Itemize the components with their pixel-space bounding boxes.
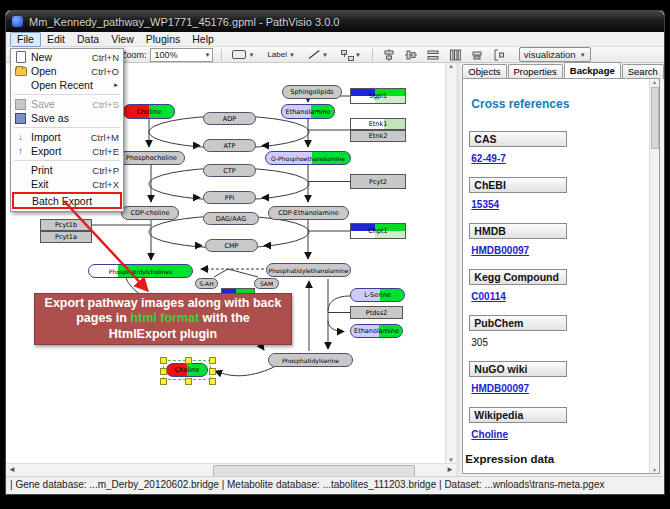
gene-box-pcyt1a[interactable]: Pcyt1a <box>40 231 92 243</box>
label-tool-button[interactable]: Label ▼ <box>264 47 298 62</box>
scroll-right-icon[interactable]: ► <box>446 465 454 474</box>
gene-node-tool-button[interactable]: ▼ <box>229 47 257 62</box>
menu-data[interactable]: Data <box>71 32 105 46</box>
node-phosphatidylserine[interactable]: Phosphatidylserine <box>268 353 353 367</box>
reference-source: PubChem <box>469 315 567 331</box>
reference-source: ChEBI <box>469 177 567 193</box>
stack-icon[interactable] <box>471 49 483 61</box>
gene-box-sgpl1[interactable]: Sgpl1 <box>350 88 406 104</box>
reference-link[interactable]: HMDB00097 <box>471 383 529 394</box>
line-tool-button[interactable]: ▼ <box>305 47 331 62</box>
menu-view[interactable]: View <box>105 32 140 46</box>
status-bar: | Gene database: ...m_Derby_20120602.bri… <box>6 476 662 492</box>
canvas-horizontal-scrollbar[interactable]: ◄ ► <box>6 463 456 476</box>
chevron-down-icon[interactable]: ▼ <box>289 52 295 58</box>
menu-item-export[interactable]: ↑ Export Ctrl+E <box>11 144 123 158</box>
distribute-vertical-icon[interactable] <box>449 49 461 61</box>
menu-item-save-as[interactable]: Save as <box>11 111 123 125</box>
node-ethanolamine-2[interactable]: Ethanolamine <box>350 324 403 338</box>
selection-handle[interactable] <box>160 378 167 385</box>
menu-plugins[interactable]: Plugins <box>140 32 186 46</box>
reference-link[interactable]: HMDB00097 <box>471 245 529 256</box>
align-center-x-icon[interactable] <box>383 49 395 61</box>
tab-properties[interactable]: Properties <box>508 64 563 79</box>
reference-block-nugo: NuGO wiki HMDB00097 <box>469 361 647 394</box>
panel-scrollbar[interactable]: ▲ ▼ <box>649 79 659 473</box>
selection-handle[interactable] <box>209 357 216 364</box>
chevron-down-icon[interactable]: ▼ <box>205 52 211 58</box>
title-bar[interactable]: Mm_Kennedy_pathway_WP1771_45176.gpml - P… <box>6 11 664 32</box>
connector-tool-button[interactable]: ▼ <box>338 47 364 62</box>
zoom-value: 100% <box>155 50 199 60</box>
node-cdp-ethanolamine[interactable]: CDP-Ethanolamine <box>268 206 349 220</box>
menu-item-exit[interactable]: Exit Ctrl+X <box>11 177 123 191</box>
node-choline[interactable]: Choline <box>123 104 175 119</box>
panel-scroll-thumb[interactable] <box>651 87 659 149</box>
menu-edit[interactable]: Edit <box>41 32 71 46</box>
selection-handle[interactable] <box>160 368 167 375</box>
gene-box-chpt1[interactable]: Chpt1 <box>350 223 406 239</box>
scroll-up-icon[interactable]: ▲ <box>652 79 657 85</box>
tab-backpage[interactable]: Backpage <box>564 62 621 79</box>
selected-node-choline[interactable]: Choline <box>166 363 208 377</box>
zoom-label: Zoom: <box>121 50 147 60</box>
scroll-down-icon[interactable]: ▼ <box>652 467 657 473</box>
align-center-y-icon[interactable] <box>405 49 417 61</box>
node-phosphatidylcholines[interactable]: Phosphatidylcholines <box>88 264 193 278</box>
expression-data-heading: Expression data <box>465 453 647 465</box>
chevron-down-icon[interactable]: ▼ <box>355 52 361 58</box>
menu-item-open[interactable]: Open Ctrl+O <box>11 64 123 78</box>
menu-item-batch-export[interactable]: Batch Export <box>12 192 122 209</box>
side-panel: Objects Properties Backpage Search Legen… <box>460 63 662 476</box>
reference-link[interactable]: 62-49-7 <box>471 153 505 164</box>
gene-box-ptdss2[interactable]: Ptdss2 <box>350 306 403 319</box>
selection-handle[interactable] <box>185 378 192 385</box>
menu-item-save[interactable]: Save Ctrl+S <box>11 97 123 111</box>
chevron-down-icon[interactable]: ▼ <box>580 52 586 58</box>
visualization-combobox[interactable]: visualization ▼ <box>519 47 591 62</box>
reference-link[interactable]: C00114 <box>471 291 505 302</box>
menu-help[interactable]: Help <box>186 32 220 46</box>
selection-handle[interactable] <box>209 368 216 375</box>
gene-box-etnk1[interactable]: Etnk1 <box>350 118 406 130</box>
node-dag-aag[interactable]: DAG/AAG <box>203 212 259 225</box>
status-text: | Gene database: ...m_Derby_20120602.bri… <box>10 479 604 490</box>
menu-item-new[interactable]: New Ctrl+N <box>11 50 123 64</box>
canvas-vertical-scrollbar[interactable]: ▲ ▼ <box>445 63 456 463</box>
node-phosphatidylethanolamine[interactable]: Phosphatidylethanolamine <box>266 263 351 277</box>
node-adp[interactable]: ADP <box>203 112 256 125</box>
menu-file[interactable]: File <box>10 32 41 47</box>
node-cdp-choline[interactable]: CDP-choline <box>121 206 179 220</box>
menu-item-import[interactable]: ↓ Import Ctrl+M <box>11 130 123 144</box>
distribute-horizontal-icon[interactable] <box>427 49 439 61</box>
chevron-down-icon[interactable]: ▼ <box>248 52 254 58</box>
selection-handle[interactable] <box>209 378 216 385</box>
node-l-serine[interactable]: L-Serine <box>350 288 405 302</box>
node-phosphocholine[interactable]: Phosphocholine <box>118 151 185 165</box>
node-o-phosphoethanolamine[interactable]: O-Phosphoethanolamine <box>265 151 351 165</box>
reference-link[interactable]: Choline <box>471 429 508 440</box>
node-ppi[interactable]: PPi <box>203 191 256 204</box>
node-cmp[interactable]: CMP <box>205 239 258 252</box>
selection-handle[interactable] <box>160 357 167 364</box>
gene-box-pcyt2[interactable]: Pcyt2 <box>350 174 406 189</box>
gene-box-etnk2[interactable]: Etnk2 <box>350 130 406 142</box>
tab-search[interactable]: Search <box>622 64 664 79</box>
scroll-left-icon[interactable]: ◄ <box>8 465 16 474</box>
reference-link[interactable]: 15354 <box>471 199 499 210</box>
node-sam[interactable]: SAM <box>254 278 279 289</box>
menu-item-print[interactable]: Print Ctrl+P <box>11 163 123 177</box>
bracket-icon[interactable] <box>493 49 505 61</box>
node-atp[interactable]: ATP <box>203 139 256 152</box>
tab-objects[interactable]: Objects <box>462 64 506 79</box>
scroll-up-icon[interactable]: ▲ <box>448 63 454 69</box>
node-sphingolipids[interactable]: Sphingolipids <box>282 85 342 99</box>
zoom-combobox[interactable]: 100% ▼ <box>150 48 214 62</box>
gene-box-pcyt1b[interactable]: Pcyt1b <box>40 219 92 231</box>
selection-handle[interactable] <box>185 357 192 364</box>
menu-item-open-recent[interactable]: Open Recent ► <box>11 78 123 92</box>
node-ethanolamine[interactable]: Ethanolamine <box>281 104 335 119</box>
chevron-down-icon[interactable]: ▼ <box>322 52 328 58</box>
node-ctp[interactable]: CTP <box>203 164 256 177</box>
node-sah[interactable]: S-AH <box>195 278 218 289</box>
